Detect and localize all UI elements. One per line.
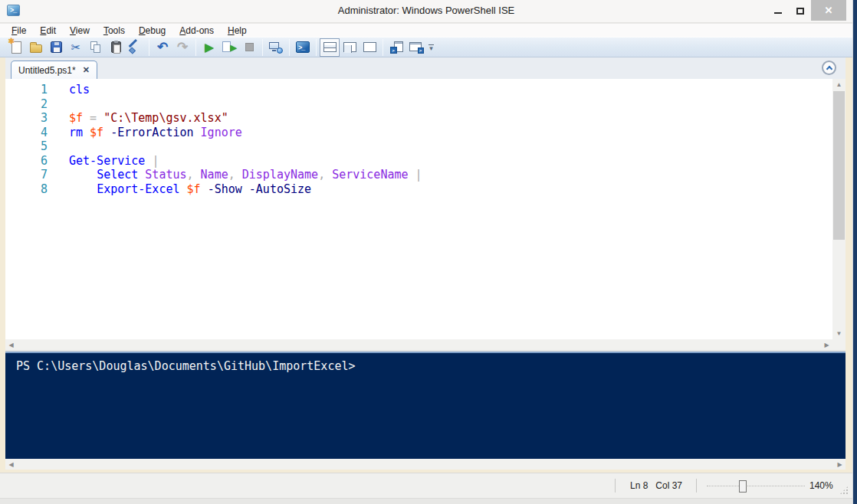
paste-button[interactable] xyxy=(106,38,126,57)
save-button[interactable] xyxy=(46,38,66,57)
run-script-button[interactable]: ▶ xyxy=(199,38,219,57)
tab-untitled5[interactable]: Untitled5.ps1* ✕ xyxy=(11,61,97,79)
toolbar-separator xyxy=(383,39,383,56)
script-pane-maximized-icon xyxy=(363,42,376,52)
overflow-chevron-icon: ▾ xyxy=(429,46,433,51)
close-button[interactable]: ✕ xyxy=(811,0,846,21)
run-play-icon: ▶ xyxy=(205,41,214,54)
editor-vertical-scrollbar[interactable]: ▲ ▼ xyxy=(832,79,846,339)
line-indicator: Ln 8 xyxy=(630,480,648,491)
scroll-right-icon[interactable]: ▶ xyxy=(821,339,832,350)
status-bar: Ln 8 Col 37 140% xyxy=(0,473,852,498)
run-selection-button[interactable]: ▶ xyxy=(219,38,239,57)
cut-button[interactable]: ✂ xyxy=(66,38,86,57)
menu-item-edit[interactable]: Edit xyxy=(33,25,63,36)
new-star-icon: ✱ xyxy=(8,37,15,45)
toolbar-separator xyxy=(195,39,196,56)
run-selection-icon: ▶ xyxy=(222,41,236,54)
zoom-level: 140% xyxy=(809,480,833,491)
console-horizontal-scrollbar[interactable]: ◀ ▶ xyxy=(5,459,846,470)
tab-strip: Untitled5.ps1* ✕ xyxy=(5,57,846,79)
menu-item-file[interactable]: File xyxy=(5,25,33,36)
new-script-button[interactable]: ✱ xyxy=(6,38,26,57)
maximize-icon xyxy=(796,8,804,15)
line-numbers: 12345678 xyxy=(5,83,48,196)
status-separator xyxy=(615,479,616,493)
toolbar-separator xyxy=(316,39,317,56)
clear-broom-icon xyxy=(129,41,143,54)
editor-horizontal-scrollbar[interactable]: ◀ ▶ xyxy=(5,339,832,350)
scroll-left-icon[interactable]: ◀ xyxy=(5,339,17,350)
console-pane-icon: > xyxy=(409,41,424,54)
new-remote-powershell-tab-button[interactable] xyxy=(266,38,286,57)
tab-close-icon[interactable]: ✕ xyxy=(83,65,90,75)
scroll-down-icon[interactable]: ▼ xyxy=(832,328,846,339)
save-floppy-icon xyxy=(51,41,62,53)
menu-item-view[interactable]: View xyxy=(63,25,97,36)
scrollbar-corner xyxy=(832,339,846,350)
open-folder-icon xyxy=(30,44,42,53)
scrollbar-thumb[interactable] xyxy=(833,91,845,240)
stop-square-icon xyxy=(245,43,254,51)
menu-bar: File Edit View Tools Debug Add-ons Help xyxy=(0,24,852,37)
stop-operation-button[interactable] xyxy=(239,38,259,57)
close-icon: ✕ xyxy=(825,5,833,16)
pane-border-left xyxy=(0,57,5,473)
window-right-edge xyxy=(852,0,857,504)
copy-button[interactable] xyxy=(86,38,106,57)
copy-icon xyxy=(90,41,102,54)
status-separator xyxy=(696,479,697,493)
toolbar-separator xyxy=(149,39,149,56)
window-controls: ✕ xyxy=(767,0,846,23)
cut-scissors-icon: ✂ xyxy=(71,41,81,54)
cursor-position: Ln 8 Col 37 xyxy=(630,480,682,491)
tab-label: Untitled5.ps1* xyxy=(18,65,76,76)
new-script-icon: ✱ xyxy=(11,41,21,54)
clear-console-pane-button[interactable] xyxy=(126,38,146,57)
scroll-right-icon[interactable]: ▶ xyxy=(834,459,846,470)
column-indicator: Col 37 xyxy=(655,480,682,491)
menu-item-help[interactable]: Help xyxy=(221,25,254,36)
remote-computer-icon xyxy=(269,41,283,54)
maximize-button[interactable] xyxy=(789,0,811,20)
scroll-up-icon[interactable]: ▲ xyxy=(832,79,846,90)
toolbar-overflow-button[interactable]: ▾ xyxy=(428,44,434,51)
script-pane-top-icon xyxy=(323,42,337,52)
powershell-ise-window: >_ Administrator: Windows PowerShell ISE… xyxy=(0,0,857,504)
console-pane[interactable]: PS C:\Users\Douglas\Documents\GitHub\Imp… xyxy=(5,352,846,459)
show-script-pane-right-button[interactable] xyxy=(340,38,360,57)
chevron-up-icon xyxy=(826,66,832,72)
resize-grip-icon[interactable] xyxy=(839,486,849,495)
title-bar: >_ Administrator: Windows PowerShell ISE… xyxy=(0,0,852,23)
zoom-slider[interactable] xyxy=(707,486,805,486)
code-lines: cls $f = "C:\Temp\gsv.xlsx"rm $f -ErrorA… xyxy=(69,83,422,196)
open-script-button[interactable] xyxy=(26,38,46,57)
console-prompt: PS C:\Users\Douglas\Documents\GitHub\Imp… xyxy=(16,359,356,373)
minimize-button[interactable] xyxy=(767,0,789,20)
window-bottom-edge xyxy=(0,498,852,504)
powershell-console-icon: >_ xyxy=(296,41,310,53)
undo-button[interactable]: ↶ xyxy=(153,38,172,57)
redo-arrow-icon: ↷ xyxy=(177,42,188,53)
script-editor-pane[interactable]: 12345678 cls $f = "C:\Temp\gsv.xlsx"rm $… xyxy=(5,79,832,339)
new-powershell-tab-icon: > xyxy=(390,41,403,54)
show-script-pane-maximized-button[interactable] xyxy=(360,38,379,57)
scroll-left-icon[interactable]: ◀ xyxy=(5,459,17,470)
new-powershell-tab-button[interactable]: > xyxy=(386,38,406,57)
menu-item-tools[interactable]: Tools xyxy=(97,25,132,36)
collapse-script-pane-button[interactable] xyxy=(822,61,836,75)
redo-button[interactable]: ↷ xyxy=(172,38,192,57)
menu-item-debug[interactable]: Debug xyxy=(132,25,172,36)
show-console-pane-button[interactable]: > xyxy=(406,38,426,57)
minimize-icon xyxy=(774,12,782,14)
toolbar-separator xyxy=(289,39,290,56)
window-title: Administrator: Windows PowerShell ISE xyxy=(0,5,852,16)
paste-clipboard-icon xyxy=(111,41,121,53)
toolbar: ✱ ✂ ↶ ↷ ▶ ▶ >_ xyxy=(0,37,852,57)
pane-border-right xyxy=(846,57,852,473)
menu-item-add-ons[interactable]: Add-ons xyxy=(172,25,221,36)
toolbar-separator xyxy=(262,39,263,56)
show-script-pane-top-button[interactable] xyxy=(320,38,340,57)
zoom-slider-thumb[interactable] xyxy=(739,480,747,493)
start-powershell-exe-button[interactable]: >_ xyxy=(293,38,313,57)
